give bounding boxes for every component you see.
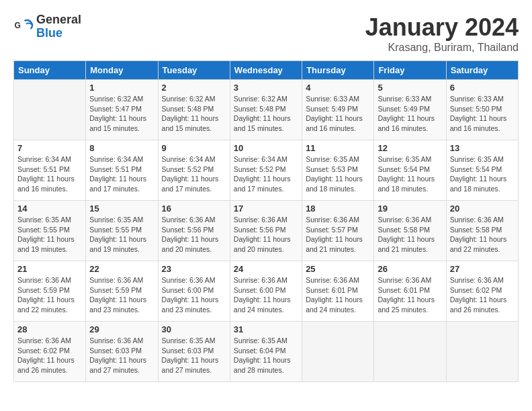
day-info: Sunrise: 6:32 AM Sunset: 5:48 PM Dayligh… (234, 94, 298, 134)
day-info: Sunrise: 6:35 AM Sunset: 5:53 PM Dayligh… (306, 154, 370, 194)
day-number: 19 (378, 203, 442, 214)
header-cell-tuesday: Tuesday (158, 61, 230, 80)
day-cell: 18 Sunrise: 6:36 AM Sunset: 5:57 PM Dayl… (302, 201, 374, 261)
day-info: Sunrise: 6:36 AM Sunset: 5:56 PM Dayligh… (162, 215, 226, 255)
day-info: Sunrise: 6:35 AM Sunset: 5:54 PM Dayligh… (378, 154, 442, 194)
header-cell-monday: Monday (86, 61, 158, 80)
page-header: G General Blue January 2024 Krasang, Bur… (13, 13, 519, 54)
day-cell: 31 Sunrise: 6:35 AM Sunset: 6:04 PM Dayl… (230, 322, 302, 382)
day-info: Sunrise: 6:35 AM Sunset: 6:03 PM Dayligh… (162, 336, 226, 375)
day-cell: 11 Sunrise: 6:35 AM Sunset: 5:53 PM Dayl… (302, 140, 374, 201)
day-cell: 25 Sunrise: 6:36 AM Sunset: 6:01 PM Dayl… (302, 261, 374, 322)
logo: G General Blue (13, 13, 81, 40)
day-info: Sunrise: 6:35 AM Sunset: 5:55 PM Dayligh… (17, 215, 82, 255)
day-cell: 1 Sunrise: 6:32 AM Sunset: 5:47 PM Dayli… (86, 80, 158, 140)
day-info: Sunrise: 6:34 AM Sunset: 5:52 PM Dayligh… (162, 154, 226, 194)
day-cell: 27 Sunrise: 6:36 AM Sunset: 6:02 PM Dayl… (446, 261, 518, 322)
day-number: 1 (89, 83, 154, 93)
day-number: 29 (89, 324, 154, 334)
day-cell: 10 Sunrise: 6:34 AM Sunset: 5:52 PM Dayl… (230, 140, 302, 201)
calendar-header: SundayMondayTuesdayWednesdayThursdayFrid… (14, 61, 519, 80)
day-cell: 26 Sunrise: 6:36 AM Sunset: 6:01 PM Dayl… (374, 261, 446, 322)
day-info: Sunrise: 6:34 AM Sunset: 5:51 PM Dayligh… (17, 154, 82, 194)
day-cell: 9 Sunrise: 6:34 AM Sunset: 5:52 PM Dayli… (158, 140, 230, 201)
day-info: Sunrise: 6:36 AM Sunset: 5:57 PM Dayligh… (306, 215, 370, 255)
day-info: Sunrise: 6:32 AM Sunset: 5:48 PM Dayligh… (162, 94, 226, 134)
day-info: Sunrise: 6:34 AM Sunset: 5:51 PM Dayligh… (89, 154, 154, 194)
week-row-2: 7 Sunrise: 6:34 AM Sunset: 5:51 PM Dayli… (14, 140, 519, 201)
day-cell: 17 Sunrise: 6:36 AM Sunset: 5:56 PM Dayl… (230, 201, 302, 261)
day-info: Sunrise: 6:36 AM Sunset: 5:58 PM Dayligh… (378, 215, 442, 255)
day-info: Sunrise: 6:36 AM Sunset: 5:58 PM Dayligh… (450, 215, 515, 255)
day-number: 23 (162, 264, 226, 274)
day-cell: 7 Sunrise: 6:34 AM Sunset: 5:51 PM Dayli… (14, 140, 86, 201)
day-cell: 8 Sunrise: 6:34 AM Sunset: 5:51 PM Dayli… (86, 140, 158, 201)
header-row: SundayMondayTuesdayWednesdayThursdayFrid… (14, 61, 519, 80)
day-cell: 19 Sunrise: 6:36 AM Sunset: 5:58 PM Dayl… (374, 201, 446, 261)
day-number: 28 (17, 324, 82, 334)
day-cell: 14 Sunrise: 6:35 AM Sunset: 5:55 PM Dayl… (14, 201, 86, 261)
day-info: Sunrise: 6:33 AM Sunset: 5:50 PM Dayligh… (450, 94, 515, 134)
day-info: Sunrise: 6:36 AM Sunset: 6:02 PM Dayligh… (450, 275, 515, 315)
day-info: Sunrise: 6:36 AM Sunset: 5:56 PM Dayligh… (234, 215, 298, 255)
week-row-4: 21 Sunrise: 6:36 AM Sunset: 5:59 PM Dayl… (14, 261, 519, 322)
header-cell-friday: Friday (374, 61, 446, 80)
day-number: 12 (378, 143, 442, 153)
day-number: 25 (306, 264, 370, 274)
day-number: 8 (89, 143, 154, 153)
day-info: Sunrise: 6:36 AM Sunset: 6:01 PM Dayligh… (306, 275, 370, 315)
day-number: 20 (450, 203, 515, 214)
day-cell: 20 Sunrise: 6:36 AM Sunset: 5:58 PM Dayl… (446, 201, 518, 261)
day-cell: 16 Sunrise: 6:36 AM Sunset: 5:56 PM Dayl… (158, 201, 230, 261)
day-info: Sunrise: 6:36 AM Sunset: 5:59 PM Dayligh… (17, 275, 82, 315)
header-cell-saturday: Saturday (446, 61, 518, 80)
month-title: January 2024 (365, 13, 519, 42)
day-number: 4 (306, 83, 370, 93)
day-cell (14, 80, 86, 140)
day-cell (374, 322, 446, 382)
day-cell: 22 Sunrise: 6:36 AM Sunset: 5:59 PM Dayl… (86, 261, 158, 322)
day-info: Sunrise: 6:36 AM Sunset: 6:03 PM Dayligh… (89, 336, 154, 375)
day-number: 11 (306, 143, 370, 153)
day-cell: 2 Sunrise: 6:32 AM Sunset: 5:48 PM Dayli… (158, 80, 230, 140)
day-number: 17 (234, 203, 298, 214)
day-info: Sunrise: 6:33 AM Sunset: 5:49 PM Dayligh… (306, 94, 370, 134)
day-cell: 12 Sunrise: 6:35 AM Sunset: 5:54 PM Dayl… (374, 140, 446, 201)
day-info: Sunrise: 6:33 AM Sunset: 5:49 PM Dayligh… (378, 94, 442, 134)
day-cell: 21 Sunrise: 6:36 AM Sunset: 5:59 PM Dayl… (14, 261, 86, 322)
location: Krasang, Buriram, Thailand (365, 42, 519, 54)
day-number: 16 (162, 203, 226, 214)
day-number: 14 (17, 203, 82, 214)
day-number: 5 (378, 83, 442, 93)
day-number: 27 (450, 264, 515, 274)
day-info: Sunrise: 6:35 AM Sunset: 5:55 PM Dayligh… (89, 215, 154, 255)
day-info: Sunrise: 6:34 AM Sunset: 5:52 PM Dayligh… (234, 154, 298, 194)
day-cell: 15 Sunrise: 6:35 AM Sunset: 5:55 PM Dayl… (86, 201, 158, 261)
day-info: Sunrise: 6:36 AM Sunset: 6:00 PM Dayligh… (234, 275, 298, 315)
header-cell-sunday: Sunday (14, 61, 86, 80)
day-cell (302, 322, 374, 382)
svg-text:G: G (15, 20, 21, 30)
header-cell-wednesday: Wednesday (230, 61, 302, 80)
day-cell: 29 Sunrise: 6:36 AM Sunset: 6:03 PM Dayl… (86, 322, 158, 382)
day-info: Sunrise: 6:36 AM Sunset: 5:59 PM Dayligh… (89, 275, 154, 315)
day-cell: 5 Sunrise: 6:33 AM Sunset: 5:49 PM Dayli… (374, 80, 446, 140)
day-number: 18 (306, 203, 370, 214)
header-cell-thursday: Thursday (302, 61, 374, 80)
day-number: 24 (234, 264, 298, 274)
day-info: Sunrise: 6:36 AM Sunset: 6:00 PM Dayligh… (162, 275, 226, 315)
day-number: 6 (450, 83, 515, 93)
day-number: 30 (162, 324, 226, 334)
day-cell: 30 Sunrise: 6:35 AM Sunset: 6:03 PM Dayl… (158, 322, 230, 382)
logo-icon: G (13, 17, 34, 37)
day-number: 26 (378, 264, 442, 274)
calendar-body: 1 Sunrise: 6:32 AM Sunset: 5:47 PM Dayli… (14, 80, 519, 382)
day-number: 3 (234, 83, 298, 93)
week-row-5: 28 Sunrise: 6:36 AM Sunset: 6:02 PM Dayl… (14, 322, 519, 382)
title-block: January 2024 Krasang, Buriram, Thailand (365, 13, 519, 54)
day-info: Sunrise: 6:32 AM Sunset: 5:47 PM Dayligh… (89, 94, 154, 134)
day-info: Sunrise: 6:36 AM Sunset: 6:01 PM Dayligh… (378, 275, 442, 315)
day-number: 7 (17, 143, 82, 153)
day-info: Sunrise: 6:35 AM Sunset: 6:04 PM Dayligh… (234, 336, 298, 375)
day-info: Sunrise: 6:35 AM Sunset: 5:54 PM Dayligh… (450, 154, 515, 194)
